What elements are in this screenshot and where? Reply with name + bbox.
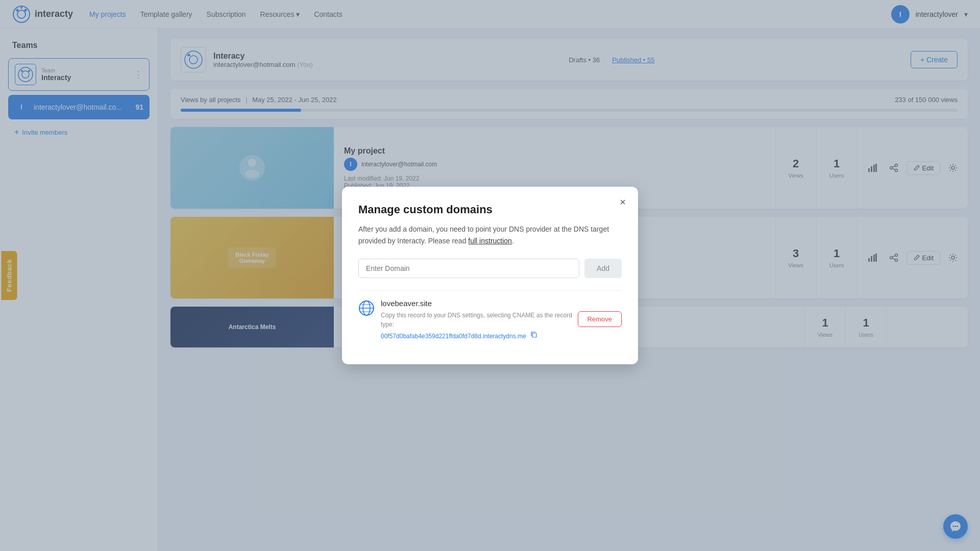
full-instruction-link[interactable]: full instruction xyxy=(468,237,512,245)
modal-title: Manage custom domains xyxy=(358,203,622,216)
modal-close-button[interactable]: × xyxy=(616,195,630,209)
domain-input-row: Add xyxy=(358,259,622,278)
copy-dns-button[interactable] xyxy=(530,331,537,340)
modal-description: After you add a domain, you need to poin… xyxy=(358,223,622,246)
dns-link[interactable]: 00f57d0bafab4e359d221ffda0fd7d8d.interac… xyxy=(381,333,526,340)
copy-icon xyxy=(530,331,537,338)
remove-domain-button[interactable]: Remove xyxy=(578,311,622,327)
domain-instructions: Copy this record to your DNS settings, s… xyxy=(381,311,578,329)
domain-input[interactable] xyxy=(358,259,579,278)
add-domain-button[interactable]: Add xyxy=(584,259,622,278)
modal-overlay[interactable]: × Manage custom domains After you add a … xyxy=(0,0,980,551)
domain-entry: lovebeaver.site Copy this record to your… xyxy=(358,290,622,348)
domain-name: lovebeaver.site xyxy=(381,299,578,308)
manage-domains-modal: × Manage custom domains After you add a … xyxy=(342,187,638,364)
globe-icon xyxy=(358,300,375,316)
svg-rect-43 xyxy=(532,333,536,337)
